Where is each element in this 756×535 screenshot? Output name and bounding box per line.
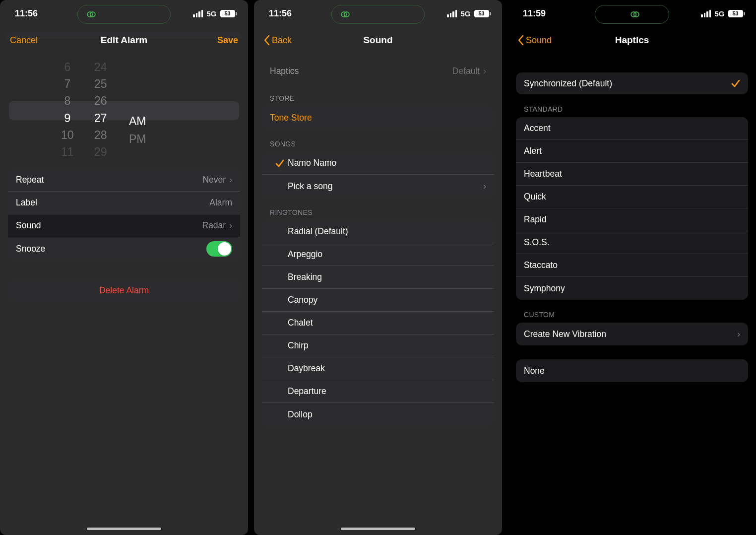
ringtones-header: Ringtones	[270, 208, 486, 216]
network-label: 5G	[206, 9, 216, 18]
back-button[interactable]: Sound	[518, 35, 552, 46]
haptic-item[interactable]: Rapid	[516, 208, 748, 231]
ringtone-item[interactable]: Dollop	[262, 403, 494, 426]
standard-header: Standard	[524, 105, 740, 113]
status-right: 5G 53	[193, 9, 237, 18]
haptic-item[interactable]: S.O.S.	[516, 231, 748, 254]
haptics-cell[interactable]: Haptics Default›	[254, 59, 502, 83]
screen-edit-alarm: 11:56 5G 53 Cancel Edit Alarm Save 6 7 8…	[0, 0, 248, 535]
chevron-left-icon	[518, 35, 524, 46]
nav-bar: Sound Haptics	[508, 27, 756, 54]
signal-bars-icon	[193, 10, 203, 17]
status-time: 11:59	[523, 8, 546, 19]
chevron-right-icon: ›	[737, 329, 740, 339]
screen-haptics: 11:59 5G 53 Sound Haptics Synchronized (…	[508, 0, 756, 535]
haptic-item[interactable]: Symphony	[516, 277, 748, 300]
status-right: 5G 53	[447, 9, 491, 18]
ringtone-item[interactable]: Daybreak	[262, 357, 494, 380]
dynamic-island[interactable]	[595, 5, 669, 24]
create-vibration-cell[interactable]: Create New Vibration ›	[516, 323, 748, 345]
nav-bar: Cancel Edit Alarm Save	[0, 27, 248, 54]
chevron-left-icon	[264, 35, 270, 46]
nav-title: Haptics	[615, 35, 649, 46]
repeat-cell[interactable]: Repeat Never›	[8, 169, 240, 192]
ringtone-item[interactable]: Chirp	[262, 334, 494, 357]
sound-cell[interactable]: Sound Radar›	[8, 214, 240, 237]
signal-bars-icon	[447, 10, 457, 17]
chevron-right-icon: ›	[229, 220, 232, 231]
status-bar: 11:59 5G 53	[508, 0, 756, 27]
standard-group: Accent Alert Heartbeat Quick Rapid S.O.S…	[516, 117, 748, 300]
home-indicator[interactable]	[87, 528, 161, 530]
dynamic-island[interactable]	[331, 5, 425, 24]
delete-alarm-button[interactable]: Delete Alarm	[8, 279, 240, 302]
haptic-item[interactable]: Accent	[516, 117, 748, 140]
status-right: 5G 53	[701, 9, 745, 18]
ringtone-item[interactable]: Departure	[262, 380, 494, 403]
network-label: 5G	[460, 9, 470, 18]
screen-sound: 11:56 5G 53 Back Sound Haptics Default› …	[254, 0, 502, 535]
network-label: 5G	[714, 9, 724, 18]
pick-song-cell[interactable]: Pick a song ›	[262, 175, 494, 198]
status-time: 11:56	[15, 8, 38, 19]
label-cell[interactable]: Label Alarm	[8, 192, 240, 214]
haptic-none-item[interactable]: None	[516, 359, 748, 382]
default-group: Synchronized (Default)	[516, 72, 748, 94]
haptic-item[interactable]: Alert	[516, 140, 748, 163]
chevron-right-icon: ›	[483, 66, 486, 76]
nav-title: Sound	[363, 35, 392, 46]
ringtones-group: Radial (Default) Arpeggio Breaking Canop…	[262, 220, 494, 426]
signal-bars-icon	[701, 10, 711, 17]
haptic-default-item[interactable]: Synchronized (Default)	[516, 72, 748, 94]
battery-icon: 53	[728, 10, 746, 17]
songs-header: Songs	[270, 140, 486, 148]
snooze-toggle[interactable]	[206, 241, 232, 257]
ringtone-item[interactable]: Radial (Default)	[262, 220, 494, 243]
back-button[interactable]: Back	[264, 35, 292, 46]
ringtone-item[interactable]: Breaking	[262, 266, 494, 289]
songs-group: Namo Namo Pick a song ›	[262, 152, 494, 198]
tone-store-cell[interactable]: Tone Store	[262, 106, 494, 129]
battery-icon: 53	[220, 10, 238, 17]
ringtone-item[interactable]: Canopy	[262, 289, 494, 312]
ringtone-item[interactable]: Chalet	[262, 312, 494, 334]
ringtone-item[interactable]: Arpeggio	[262, 243, 494, 266]
song-item-selected[interactable]: Namo Namo	[262, 152, 494, 175]
nav-title: Edit Alarm	[101, 35, 147, 46]
haptic-item[interactable]: Staccato	[516, 254, 748, 277]
status-time: 11:56	[269, 8, 292, 19]
time-picker[interactable]: 6 7 8 9 10 11 24 25 26 27 28 29 AM PM	[9, 59, 239, 161]
snooze-cell[interactable]: Snooze	[8, 237, 240, 260]
battery-icon: 53	[474, 10, 492, 17]
chevron-right-icon: ›	[229, 175, 232, 185]
save-button[interactable]: Save	[217, 35, 238, 46]
settings-group: Repeat Never› Label Alarm Sound Radar› S…	[8, 169, 240, 260]
custom-group: Create New Vibration ›	[516, 323, 748, 345]
haptic-item[interactable]: Heartbeat	[516, 163, 748, 186]
status-bar: 11:56 5G 53	[254, 0, 502, 27]
nav-bar: Back Sound	[254, 27, 502, 54]
status-bar: 11:56 5G 53	[0, 0, 248, 27]
custom-header: Custom	[524, 311, 740, 319]
store-header: Store	[270, 94, 486, 102]
checkmark-icon	[275, 159, 284, 168]
checkmark-icon	[731, 79, 740, 88]
store-group: Tone Store	[262, 106, 494, 129]
link-icon	[340, 9, 351, 20]
cancel-button[interactable]: Cancel	[10, 35, 38, 46]
link-icon	[86, 9, 97, 20]
none-group: None	[516, 359, 748, 382]
dynamic-island[interactable]	[77, 5, 171, 24]
delete-group: Delete Alarm	[8, 279, 240, 302]
haptic-item[interactable]: Quick	[516, 186, 748, 208]
chevron-right-icon: ›	[483, 181, 486, 192]
link-icon	[630, 9, 640, 20]
home-indicator[interactable]	[341, 528, 415, 530]
